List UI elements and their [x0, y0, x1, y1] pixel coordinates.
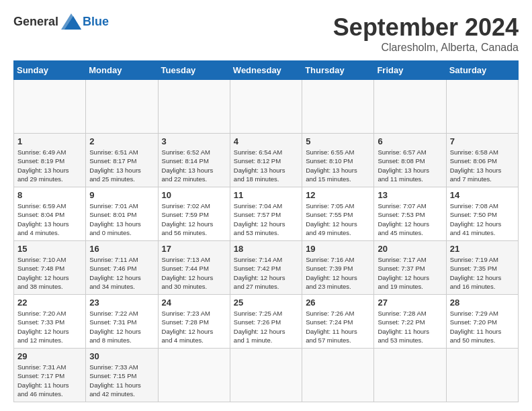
week-row: 8Sunrise: 6:59 AM Sunset: 8:04 PM Daylig… [14, 187, 519, 241]
day-cell: 29Sunrise: 7:31 AM Sunset: 7:17 PM Dayli… [14, 349, 86, 402]
day-cell: 21Sunrise: 7:19 AM Sunset: 7:35 PM Dayli… [446, 241, 518, 295]
title-area: September 2024 Claresholm, Alberta, Cana… [333, 13, 519, 54]
day-cell: 6Sunrise: 6:57 AM Sunset: 8:08 PM Daylig… [374, 134, 446, 187]
day-number: 26 [306, 298, 370, 308]
day-info: Sunrise: 6:55 AM Sunset: 8:10 PM Dayligh… [306, 148, 370, 183]
col-header-sunday: Sunday [14, 61, 86, 80]
calendar-table: SundayMondayTuesdayWednesdayThursdayFrid… [13, 60, 519, 402]
day-number: 5 [306, 136, 370, 146]
day-cell: 15Sunrise: 7:10 AM Sunset: 7:48 PM Dayli… [14, 241, 86, 295]
day-number: 1 [17, 136, 82, 146]
day-info: Sunrise: 7:05 AM Sunset: 7:55 PM Dayligh… [306, 201, 370, 237]
day-info: Sunrise: 7:26 AM Sunset: 7:24 PM Dayligh… [306, 309, 370, 345]
week-row [14, 80, 519, 134]
day-cell [374, 80, 446, 134]
day-info: Sunrise: 7:19 AM Sunset: 7:35 PM Dayligh… [450, 255, 515, 291]
day-number: 22 [17, 298, 82, 308]
day-number: 21 [450, 244, 515, 254]
day-number: 25 [234, 298, 298, 308]
day-number: 30 [89, 351, 154, 361]
day-number: 10 [162, 190, 226, 200]
day-cell: 27Sunrise: 7:28 AM Sunset: 7:22 PM Dayli… [374, 295, 446, 349]
day-cell: 13Sunrise: 7:07 AM Sunset: 7:53 PM Dayli… [374, 187, 446, 241]
day-cell: 3Sunrise: 6:52 AM Sunset: 8:14 PM Daylig… [158, 134, 230, 187]
location-title: Claresholm, Alberta, Canada [333, 42, 519, 54]
col-header-tuesday: Tuesday [158, 61, 230, 80]
day-cell [158, 349, 230, 402]
day-cell: 2Sunrise: 6:51 AM Sunset: 8:17 PM Daylig… [86, 134, 158, 187]
day-info: Sunrise: 6:57 AM Sunset: 8:08 PM Dayligh… [378, 148, 442, 183]
day-info: Sunrise: 7:13 AM Sunset: 7:44 PM Dayligh… [162, 255, 226, 291]
day-number: 28 [450, 298, 515, 308]
day-info: Sunrise: 7:23 AM Sunset: 7:28 PM Dayligh… [162, 309, 226, 345]
day-info: Sunrise: 7:08 AM Sunset: 7:50 PM Dayligh… [450, 201, 515, 237]
day-number: 15 [17, 244, 82, 254]
day-info: Sunrise: 7:28 AM Sunset: 7:22 PM Dayligh… [378, 309, 442, 345]
col-header-thursday: Thursday [302, 61, 374, 80]
day-info: Sunrise: 7:10 AM Sunset: 7:48 PM Dayligh… [17, 255, 82, 291]
day-cell: 24Sunrise: 7:23 AM Sunset: 7:28 PM Dayli… [158, 295, 230, 349]
day-info: Sunrise: 7:14 AM Sunset: 7:42 PM Dayligh… [234, 255, 298, 291]
col-header-friday: Friday [374, 61, 446, 80]
day-number: 9 [89, 190, 154, 200]
day-info: Sunrise: 7:01 AM Sunset: 8:01 PM Dayligh… [89, 201, 154, 237]
day-number: 11 [234, 190, 298, 200]
day-info: Sunrise: 6:59 AM Sunset: 8:04 PM Dayligh… [17, 201, 82, 237]
day-number: 6 [378, 136, 442, 146]
week-row: 22Sunrise: 7:20 AM Sunset: 7:33 PM Dayli… [14, 295, 519, 349]
day-info: Sunrise: 7:33 AM Sunset: 7:15 PM Dayligh… [89, 363, 154, 398]
day-cell [230, 349, 302, 402]
day-number: 3 [162, 136, 226, 146]
day-number: 12 [306, 190, 370, 200]
day-cell: 5Sunrise: 6:55 AM Sunset: 8:10 PM Daylig… [302, 134, 374, 187]
day-cell: 22Sunrise: 7:20 AM Sunset: 7:33 PM Dayli… [14, 295, 86, 349]
day-info: Sunrise: 7:17 AM Sunset: 7:37 PM Dayligh… [378, 255, 442, 291]
day-cell: 16Sunrise: 7:11 AM Sunset: 7:46 PM Dayli… [86, 241, 158, 295]
day-number: 18 [234, 244, 298, 254]
day-number: 4 [234, 136, 298, 146]
day-cell: 1Sunrise: 6:49 AM Sunset: 8:19 PM Daylig… [14, 134, 86, 187]
day-number: 20 [378, 244, 442, 254]
day-info: Sunrise: 7:25 AM Sunset: 7:26 PM Dayligh… [234, 309, 298, 345]
day-number: 29 [17, 351, 82, 361]
day-cell: 28Sunrise: 7:29 AM Sunset: 7:20 PM Dayli… [446, 295, 518, 349]
day-cell: 23Sunrise: 7:22 AM Sunset: 7:31 PM Dayli… [86, 295, 158, 349]
day-cell [86, 80, 158, 134]
day-cell: 17Sunrise: 7:13 AM Sunset: 7:44 PM Dayli… [158, 241, 230, 295]
day-number: 17 [162, 244, 226, 254]
header: General Blue September 2024 Claresholm, … [13, 13, 519, 54]
day-cell [446, 80, 518, 134]
day-info: Sunrise: 6:54 AM Sunset: 8:12 PM Dayligh… [234, 148, 298, 183]
day-cell [374, 349, 446, 402]
day-cell: 4Sunrise: 6:54 AM Sunset: 8:12 PM Daylig… [230, 134, 302, 187]
logo-blue: Blue [83, 15, 109, 29]
day-cell [230, 80, 302, 134]
day-cell [302, 80, 374, 134]
week-row: 29Sunrise: 7:31 AM Sunset: 7:17 PM Dayli… [14, 349, 519, 402]
day-info: Sunrise: 6:58 AM Sunset: 8:06 PM Dayligh… [450, 148, 515, 183]
day-info: Sunrise: 7:22 AM Sunset: 7:31 PM Dayligh… [89, 309, 154, 345]
week-row: 1Sunrise: 6:49 AM Sunset: 8:19 PM Daylig… [14, 134, 519, 187]
day-cell: 7Sunrise: 6:58 AM Sunset: 8:06 PM Daylig… [446, 134, 518, 187]
day-number: 13 [378, 190, 442, 200]
header-row: SundayMondayTuesdayWednesdayThursdayFrid… [14, 61, 519, 80]
day-number: 24 [162, 298, 226, 308]
day-cell: 26Sunrise: 7:26 AM Sunset: 7:24 PM Dayli… [302, 295, 374, 349]
day-info: Sunrise: 6:49 AM Sunset: 8:19 PM Dayligh… [17, 148, 82, 183]
day-cell: 19Sunrise: 7:16 AM Sunset: 7:39 PM Dayli… [302, 241, 374, 295]
col-header-saturday: Saturday [446, 61, 518, 80]
day-number: 8 [17, 190, 82, 200]
day-cell: 12Sunrise: 7:05 AM Sunset: 7:55 PM Dayli… [302, 187, 374, 241]
day-cell: 25Sunrise: 7:25 AM Sunset: 7:26 PM Dayli… [230, 295, 302, 349]
day-info: Sunrise: 7:07 AM Sunset: 7:53 PM Dayligh… [378, 201, 442, 237]
day-cell: 14Sunrise: 7:08 AM Sunset: 7:50 PM Dayli… [446, 187, 518, 241]
day-cell [14, 80, 86, 134]
day-number: 16 [89, 244, 154, 254]
day-cell [302, 349, 374, 402]
day-info: Sunrise: 7:20 AM Sunset: 7:33 PM Dayligh… [17, 309, 82, 345]
day-number: 23 [89, 298, 154, 308]
month-title: September 2024 [333, 13, 519, 42]
col-header-monday: Monday [86, 61, 158, 80]
day-info: Sunrise: 7:02 AM Sunset: 7:59 PM Dayligh… [162, 201, 226, 237]
day-number: 14 [450, 190, 515, 200]
